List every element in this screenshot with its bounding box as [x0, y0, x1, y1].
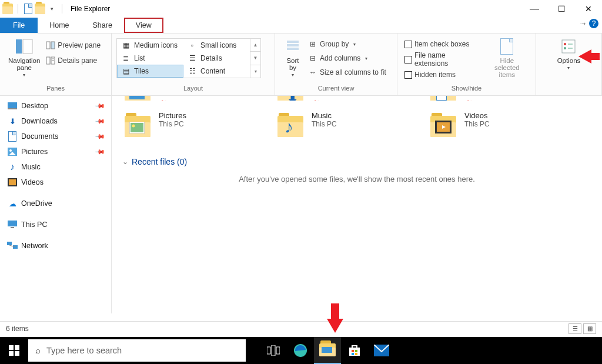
nav-documents[interactable]: Documents📌	[0, 129, 111, 144]
task-view-icon[interactable]	[260, 337, 287, 364]
edge-icon[interactable]	[287, 337, 314, 364]
store-icon[interactable]	[341, 337, 368, 364]
nav-desktop[interactable]: Desktop📌	[0, 98, 111, 113]
svg-rect-35	[15, 345, 19, 350]
svg-rect-40	[276, 347, 280, 354]
tile-documents[interactable]: DocumentsThis PC📌	[428, 96, 557, 101]
file-explorer-taskbar-icon[interactable]	[314, 337, 341, 364]
navigation-pane-button[interactable]: Navigation pane ▾	[5, 36, 44, 79]
layout-tiles[interactable]: ▤Tiles	[117, 65, 183, 78]
nav-onedrive[interactable]: ☁OneDrive	[0, 196, 111, 211]
maximize-button[interactable]: ☐	[548, 0, 575, 18]
help-icon[interactable]: ?	[589, 19, 598, 28]
hidden-items-toggle[interactable]: Hidden items	[402, 68, 483, 82]
svg-rect-34	[9, 345, 14, 350]
mail-icon[interactable]	[368, 337, 395, 364]
svg-rect-45	[352, 353, 354, 355]
nav-network[interactable]: Network	[0, 238, 111, 253]
explorer-app-icon	[2, 4, 13, 14]
nav-music[interactable]: ♪Music	[0, 159, 111, 175]
qat-dropdown-icon[interactable]: ▾	[46, 4, 57, 14]
svg-point-14	[564, 47, 566, 49]
chevron-down-icon: ⌄	[122, 158, 128, 166]
start-button[interactable]	[0, 337, 28, 364]
preview-pane-button[interactable]: Preview pane	[44, 38, 103, 52]
gallery-more-icon[interactable]: ▾	[250, 65, 260, 78]
svg-point-19	[9, 149, 12, 152]
group-label-currentview: Current view	[275, 85, 397, 95]
svg-rect-22	[9, 179, 16, 185]
recent-files-header[interactable]: ⌄ Recent files (0)	[122, 157, 591, 166]
svg-rect-38	[267, 347, 270, 354]
svg-rect-11	[562, 40, 575, 53]
titlebar: ▾ File Explorer — ☐ ✕	[0, 0, 602, 18]
svg-rect-46	[355, 353, 357, 355]
taskbar: ⌕ Type here to search	[0, 337, 602, 364]
item-checkboxes-toggle[interactable]: Item check boxes	[402, 37, 483, 51]
tab-view[interactable]: View	[124, 18, 163, 33]
layout-medium-icons[interactable]: ▦Medium icons	[117, 39, 183, 52]
gallery-down-icon[interactable]: ▼	[250, 52, 260, 65]
svg-rect-39	[272, 345, 275, 356]
tile-music[interactable]: ♪ MusicThis PC	[275, 111, 404, 142]
content-pane: DesktopThis PC📌 ⬇ DownloadsThis PC📌 Docu…	[112, 96, 602, 313]
nav-downloads[interactable]: ⬇Downloads📌	[0, 113, 111, 129]
ribbon: Navigation pane ▾ Preview pane Details p…	[0, 33, 602, 96]
svg-rect-10	[287, 48, 299, 50]
svg-rect-23	[8, 221, 17, 226]
window-title: File Explorer	[68, 5, 110, 13]
minimize-button[interactable]: —	[521, 0, 548, 18]
layout-content[interactable]: ☷Content	[183, 65, 250, 78]
svg-rect-8	[287, 41, 299, 43]
tab-file[interactable]: File	[0, 18, 38, 33]
nav-pictures[interactable]: Pictures📌	[0, 144, 111, 159]
svg-rect-25	[7, 242, 12, 245]
view-tiles-icon[interactable]: ▦	[583, 323, 596, 334]
svg-rect-1	[23, 39, 32, 54]
group-label-layout: Layout	[112, 85, 275, 95]
group-label-showhide: Show/hide	[397, 85, 536, 95]
qat-newfolder-icon[interactable]	[35, 4, 45, 14]
nav-videos[interactable]: Videos	[0, 175, 111, 190]
svg-rect-4	[46, 57, 50, 64]
svg-rect-44	[355, 350, 357, 352]
svg-rect-36	[9, 351, 14, 356]
sort-by-button[interactable]: Sort by ▾	[280, 36, 306, 79]
qat-properties-icon[interactable]	[23, 4, 34, 14]
svg-rect-42	[349, 348, 360, 356]
tile-videos[interactable]: VideosThis PC	[428, 111, 557, 142]
size-columns-button[interactable]: ↔Size all columns to fit	[306, 65, 389, 79]
hide-selected-button[interactable]: Hide selected items	[483, 36, 531, 79]
add-columns-button[interactable]: ⊟Add columns▾	[306, 51, 389, 65]
tab-share[interactable]: Share	[81, 18, 124, 33]
details-pane-button[interactable]: Details pane	[44, 54, 103, 68]
svg-rect-37	[15, 351, 19, 356]
layout-gallery[interactable]: ▦Medium icons ≣List ▤Tiles ▫Small icons …	[116, 38, 261, 78]
layout-small-icons[interactable]: ▫Small icons	[183, 39, 250, 52]
svg-rect-43	[352, 350, 354, 352]
layout-details[interactable]: ☰Details	[183, 52, 250, 65]
search-placeholder: Type here to search	[46, 346, 122, 355]
navigation-pane: Desktop📌 ⬇Downloads📌 Documents📌 Pictures…	[0, 96, 112, 313]
file-extensions-toggle[interactable]: File name extensions	[402, 52, 483, 66]
tab-home[interactable]: Home	[38, 18, 81, 33]
svg-rect-0	[16, 39, 22, 54]
layout-list[interactable]: ≣List	[117, 52, 183, 65]
tile-desktop[interactable]: DesktopThis PC📌	[122, 96, 252, 101]
ribbon-tabs: File Home Share View ⇢ ?	[0, 18, 602, 33]
close-button[interactable]: ✕	[575, 0, 602, 18]
annotation-arrow-options	[578, 49, 591, 64]
nav-thispc[interactable]: This PC	[0, 217, 111, 232]
annotation-arrow-taskbar	[327, 319, 343, 333]
tile-downloads[interactable]: ⬇ DownloadsThis PC📌	[275, 96, 404, 101]
group-by-button[interactable]: ⊞Group by▾	[306, 37, 389, 51]
tile-pictures[interactable]: PicturesThis PC	[122, 111, 252, 142]
view-details-icon[interactable]: ☰	[568, 323, 581, 334]
minimize-ribbon-icon[interactable]: ⇢	[580, 20, 586, 28]
taskbar-search[interactable]: ⌕ Type here to search	[28, 339, 246, 362]
gallery-up-icon[interactable]: ▲	[250, 39, 260, 52]
search-icon: ⌕	[35, 346, 41, 355]
svg-rect-3	[51, 42, 55, 49]
svg-rect-2	[46, 42, 50, 49]
svg-rect-16	[8, 102, 17, 108]
